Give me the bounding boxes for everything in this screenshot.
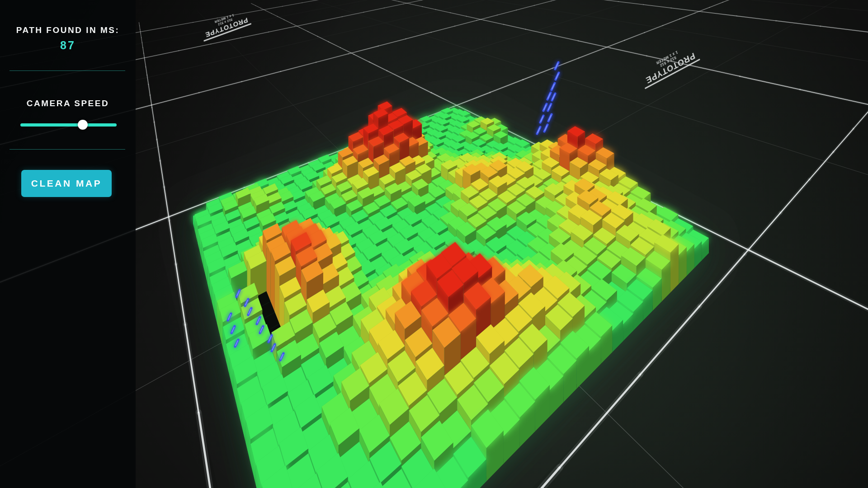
sidebar-panel: PATH FOUND IN MS: 87 CAMERA SPEED CLEAN … bbox=[0, 0, 136, 488]
app-root: PROTOTYPE 512 x 512 1 x 1 METER PROTOTYP… bbox=[0, 0, 868, 488]
camera-speed-label: CAMERA SPEED bbox=[0, 99, 136, 108]
path-time-value: 87 bbox=[0, 39, 136, 52]
clean-map-button[interactable]: CLEAN MAP bbox=[21, 170, 112, 197]
camera-speed-slider[interactable] bbox=[20, 120, 117, 130]
divider bbox=[9, 70, 125, 71]
path-time-label: PATH FOUND IN MS: bbox=[0, 25, 136, 35]
slider-track[interactable] bbox=[20, 123, 117, 127]
divider bbox=[9, 149, 125, 150]
slider-thumb[interactable] bbox=[78, 120, 88, 130]
